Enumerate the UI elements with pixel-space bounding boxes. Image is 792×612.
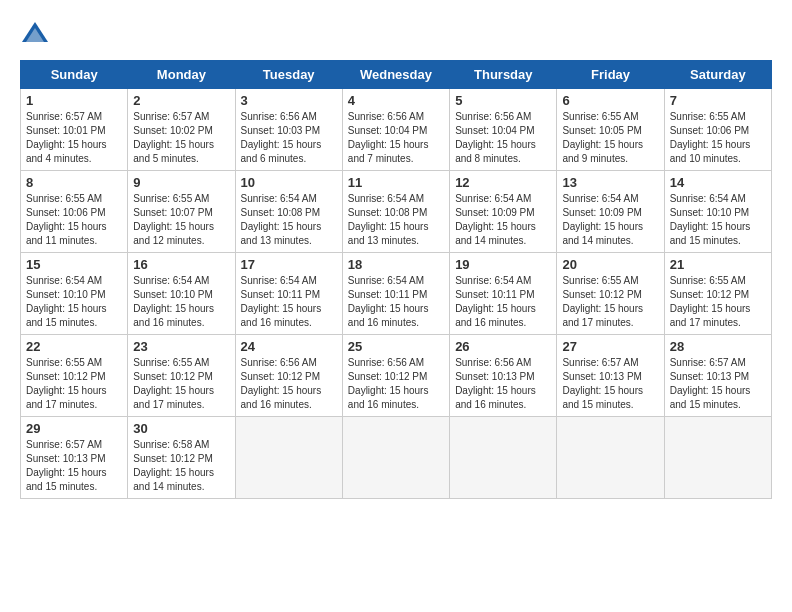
day-info: Sunrise: 6:54 AM Sunset: 10:10 PM Daylig… (133, 274, 229, 330)
header-tuesday: Tuesday (235, 61, 342, 89)
day-info: Sunrise: 6:56 AM Sunset: 10:12 PM Daylig… (241, 356, 337, 412)
day-info: Sunrise: 6:57 AM Sunset: 10:01 PM Daylig… (26, 110, 122, 166)
day-number: 16 (133, 257, 229, 272)
day-info: Sunrise: 6:56 AM Sunset: 10:04 PM Daylig… (348, 110, 444, 166)
day-cell: 12 Sunrise: 6:54 AM Sunset: 10:09 PM Day… (450, 171, 557, 253)
day-cell: 13 Sunrise: 6:54 AM Sunset: 10:09 PM Day… (557, 171, 664, 253)
day-cell: 3 Sunrise: 6:56 AM Sunset: 10:03 PM Dayl… (235, 89, 342, 171)
day-cell: 26 Sunrise: 6:56 AM Sunset: 10:13 PM Day… (450, 335, 557, 417)
day-info: Sunrise: 6:57 AM Sunset: 10:13 PM Daylig… (670, 356, 766, 412)
week-row-2: 8 Sunrise: 6:55 AM Sunset: 10:06 PM Dayl… (21, 171, 772, 253)
day-cell: 4 Sunrise: 6:56 AM Sunset: 10:04 PM Dayl… (342, 89, 449, 171)
day-number: 8 (26, 175, 122, 190)
week-row-4: 22 Sunrise: 6:55 AM Sunset: 10:12 PM Day… (21, 335, 772, 417)
day-cell: 16 Sunrise: 6:54 AM Sunset: 10:10 PM Day… (128, 253, 235, 335)
day-info: Sunrise: 6:55 AM Sunset: 10:06 PM Daylig… (670, 110, 766, 166)
day-number: 5 (455, 93, 551, 108)
day-number: 3 (241, 93, 337, 108)
day-cell (342, 417, 449, 499)
day-info: Sunrise: 6:56 AM Sunset: 10:12 PM Daylig… (348, 356, 444, 412)
header-saturday: Saturday (664, 61, 771, 89)
day-info: Sunrise: 6:55 AM Sunset: 10:12 PM Daylig… (562, 274, 658, 330)
header-sunday: Sunday (21, 61, 128, 89)
day-info: Sunrise: 6:54 AM Sunset: 10:10 PM Daylig… (670, 192, 766, 248)
header-wednesday: Wednesday (342, 61, 449, 89)
page-header (20, 20, 772, 50)
day-number: 2 (133, 93, 229, 108)
day-cell: 25 Sunrise: 6:56 AM Sunset: 10:12 PM Day… (342, 335, 449, 417)
day-cell: 6 Sunrise: 6:55 AM Sunset: 10:05 PM Dayl… (557, 89, 664, 171)
day-cell: 8 Sunrise: 6:55 AM Sunset: 10:06 PM Dayl… (21, 171, 128, 253)
day-cell: 10 Sunrise: 6:54 AM Sunset: 10:08 PM Day… (235, 171, 342, 253)
day-cell: 30 Sunrise: 6:58 AM Sunset: 10:12 PM Day… (128, 417, 235, 499)
week-row-1: 1 Sunrise: 6:57 AM Sunset: 10:01 PM Dayl… (21, 89, 772, 171)
day-number: 27 (562, 339, 658, 354)
day-info: Sunrise: 6:56 AM Sunset: 10:03 PM Daylig… (241, 110, 337, 166)
day-number: 4 (348, 93, 444, 108)
day-number: 1 (26, 93, 122, 108)
day-number: 24 (241, 339, 337, 354)
day-cell (450, 417, 557, 499)
logo-icon (20, 20, 50, 50)
day-info: Sunrise: 6:54 AM Sunset: 10:11 PM Daylig… (455, 274, 551, 330)
day-info: Sunrise: 6:57 AM Sunset: 10:02 PM Daylig… (133, 110, 229, 166)
day-number: 17 (241, 257, 337, 272)
day-number: 13 (562, 175, 658, 190)
week-row-5: 29 Sunrise: 6:57 AM Sunset: 10:13 PM Day… (21, 417, 772, 499)
day-number: 12 (455, 175, 551, 190)
day-number: 25 (348, 339, 444, 354)
day-number: 7 (670, 93, 766, 108)
day-info: Sunrise: 6:54 AM Sunset: 10:11 PM Daylig… (241, 274, 337, 330)
day-cell (235, 417, 342, 499)
day-info: Sunrise: 6:54 AM Sunset: 10:10 PM Daylig… (26, 274, 122, 330)
week-row-3: 15 Sunrise: 6:54 AM Sunset: 10:10 PM Day… (21, 253, 772, 335)
day-cell (557, 417, 664, 499)
day-number: 20 (562, 257, 658, 272)
day-cell: 18 Sunrise: 6:54 AM Sunset: 10:11 PM Day… (342, 253, 449, 335)
day-number: 10 (241, 175, 337, 190)
header-monday: Monday (128, 61, 235, 89)
day-cell: 15 Sunrise: 6:54 AM Sunset: 10:10 PM Day… (21, 253, 128, 335)
day-number: 14 (670, 175, 766, 190)
day-info: Sunrise: 6:56 AM Sunset: 10:04 PM Daylig… (455, 110, 551, 166)
day-info: Sunrise: 6:54 AM Sunset: 10:11 PM Daylig… (348, 274, 444, 330)
day-number: 11 (348, 175, 444, 190)
logo (20, 20, 54, 50)
day-cell: 2 Sunrise: 6:57 AM Sunset: 10:02 PM Dayl… (128, 89, 235, 171)
calendar-header: SundayMondayTuesdayWednesdayThursdayFrid… (21, 61, 772, 89)
header-friday: Friday (557, 61, 664, 89)
header-thursday: Thursday (450, 61, 557, 89)
day-cell: 27 Sunrise: 6:57 AM Sunset: 10:13 PM Day… (557, 335, 664, 417)
day-cell: 19 Sunrise: 6:54 AM Sunset: 10:11 PM Day… (450, 253, 557, 335)
day-info: Sunrise: 6:55 AM Sunset: 10:07 PM Daylig… (133, 192, 229, 248)
day-info: Sunrise: 6:54 AM Sunset: 10:08 PM Daylig… (348, 192, 444, 248)
day-cell: 11 Sunrise: 6:54 AM Sunset: 10:08 PM Day… (342, 171, 449, 253)
day-cell: 17 Sunrise: 6:54 AM Sunset: 10:11 PM Day… (235, 253, 342, 335)
day-number: 28 (670, 339, 766, 354)
day-cell: 21 Sunrise: 6:55 AM Sunset: 10:12 PM Day… (664, 253, 771, 335)
calendar-table: SundayMondayTuesdayWednesdayThursdayFrid… (20, 60, 772, 499)
day-info: Sunrise: 6:57 AM Sunset: 10:13 PM Daylig… (562, 356, 658, 412)
day-number: 6 (562, 93, 658, 108)
day-info: Sunrise: 6:54 AM Sunset: 10:08 PM Daylig… (241, 192, 337, 248)
day-cell: 7 Sunrise: 6:55 AM Sunset: 10:06 PM Dayl… (664, 89, 771, 171)
day-cell: 5 Sunrise: 6:56 AM Sunset: 10:04 PM Dayl… (450, 89, 557, 171)
day-number: 18 (348, 257, 444, 272)
day-info: Sunrise: 6:57 AM Sunset: 10:13 PM Daylig… (26, 438, 122, 494)
day-cell: 22 Sunrise: 6:55 AM Sunset: 10:12 PM Day… (21, 335, 128, 417)
day-number: 21 (670, 257, 766, 272)
day-cell: 14 Sunrise: 6:54 AM Sunset: 10:10 PM Day… (664, 171, 771, 253)
day-number: 23 (133, 339, 229, 354)
day-number: 29 (26, 421, 122, 436)
day-number: 15 (26, 257, 122, 272)
day-cell: 29 Sunrise: 6:57 AM Sunset: 10:13 PM Day… (21, 417, 128, 499)
day-cell: 20 Sunrise: 6:55 AM Sunset: 10:12 PM Day… (557, 253, 664, 335)
day-info: Sunrise: 6:55 AM Sunset: 10:05 PM Daylig… (562, 110, 658, 166)
day-number: 26 (455, 339, 551, 354)
day-info: Sunrise: 6:54 AM Sunset: 10:09 PM Daylig… (455, 192, 551, 248)
header-row: SundayMondayTuesdayWednesdayThursdayFrid… (21, 61, 772, 89)
day-number: 30 (133, 421, 229, 436)
day-number: 9 (133, 175, 229, 190)
calendar-body: 1 Sunrise: 6:57 AM Sunset: 10:01 PM Dayl… (21, 89, 772, 499)
day-cell: 28 Sunrise: 6:57 AM Sunset: 10:13 PM Day… (664, 335, 771, 417)
